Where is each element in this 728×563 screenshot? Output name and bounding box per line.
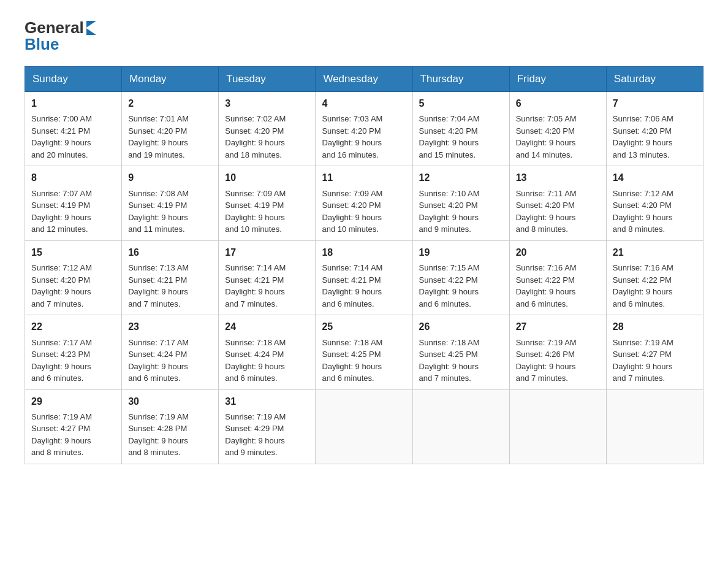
day-info: Sunrise: 7:19 AMSunset: 4:27 PMDaylight:…: [31, 411, 115, 459]
day-info: Sunrise: 7:18 AMSunset: 4:25 PMDaylight:…: [419, 337, 503, 385]
day-number: 20: [516, 246, 600, 259]
day-info: Sunrise: 7:11 AMSunset: 4:20 PMDaylight:…: [516, 188, 600, 236]
day-info: Sunrise: 7:18 AMSunset: 4:25 PMDaylight:…: [322, 337, 406, 385]
day-number: 7: [613, 97, 697, 110]
day-info: Sunrise: 7:13 AMSunset: 4:21 PMDaylight:…: [128, 262, 212, 310]
day-info: Sunrise: 7:19 AMSunset: 4:28 PMDaylight:…: [128, 411, 212, 459]
day-info: Sunrise: 7:10 AMSunset: 4:20 PMDaylight:…: [419, 188, 503, 236]
calendar-day-cell: 22Sunrise: 7:17 AMSunset: 4:23 PMDayligh…: [25, 315, 122, 389]
page-header: General Blue: [25, 18, 703, 54]
day-info: Sunrise: 7:14 AMSunset: 4:21 PMDaylight:…: [322, 262, 406, 310]
calendar-week-row: 1Sunrise: 7:00 AMSunset: 4:21 PMDaylight…: [25, 92, 703, 166]
day-number: 6: [516, 97, 600, 110]
day-number: 9: [128, 171, 212, 185]
day-number: 16: [128, 246, 212, 259]
day-number: 12: [419, 171, 503, 185]
calendar-day-cell: 11Sunrise: 7:09 AMSunset: 4:20 PMDayligh…: [316, 166, 412, 240]
weekday-header-saturday: Saturday: [606, 67, 703, 92]
day-number: 14: [613, 171, 697, 185]
day-number: 11: [322, 171, 406, 185]
calendar-day-cell: 15Sunrise: 7:12 AMSunset: 4:20 PMDayligh…: [25, 240, 122, 315]
weekday-header-monday: Monday: [122, 67, 219, 92]
day-info: Sunrise: 7:12 AMSunset: 4:20 PMDaylight:…: [31, 262, 115, 310]
day-info: Sunrise: 7:08 AMSunset: 4:19 PMDaylight:…: [128, 188, 212, 236]
calendar-day-cell: 6Sunrise: 7:05 AMSunset: 4:20 PMDaylight…: [509, 92, 606, 166]
calendar-day-cell: 14Sunrise: 7:12 AMSunset: 4:20 PMDayligh…: [606, 166, 703, 240]
calendar-day-cell: [509, 389, 606, 464]
calendar-day-cell: 25Sunrise: 7:18 AMSunset: 4:25 PMDayligh…: [316, 315, 412, 389]
calendar-day-cell: 20Sunrise: 7:16 AMSunset: 4:22 PMDayligh…: [509, 240, 606, 315]
day-number: 17: [225, 246, 309, 259]
calendar-day-cell: 2Sunrise: 7:01 AMSunset: 4:20 PMDaylight…: [122, 92, 219, 166]
calendar-day-cell: 21Sunrise: 7:16 AMSunset: 4:22 PMDayligh…: [606, 240, 703, 315]
day-info: Sunrise: 7:02 AMSunset: 4:20 PMDaylight:…: [225, 113, 309, 161]
day-info: Sunrise: 7:09 AMSunset: 4:19 PMDaylight:…: [225, 188, 309, 236]
day-number: 22: [31, 320, 115, 334]
day-number: 3: [225, 97, 309, 110]
calendar-day-cell: 4Sunrise: 7:03 AMSunset: 4:20 PMDaylight…: [316, 92, 412, 166]
day-info: Sunrise: 7:15 AMSunset: 4:22 PMDaylight:…: [419, 262, 503, 310]
calendar-day-cell: 7Sunrise: 7:06 AMSunset: 4:20 PMDaylight…: [606, 92, 703, 166]
calendar-day-cell: 18Sunrise: 7:14 AMSunset: 4:21 PMDayligh…: [316, 240, 412, 315]
weekday-header-sunday: Sunday: [25, 67, 122, 92]
calendar-day-cell: 9Sunrise: 7:08 AMSunset: 4:19 PMDaylight…: [122, 166, 219, 240]
day-info: Sunrise: 7:01 AMSunset: 4:20 PMDaylight:…: [128, 113, 212, 161]
day-info: Sunrise: 7:05 AMSunset: 4:20 PMDaylight:…: [516, 113, 600, 161]
day-info: Sunrise: 7:14 AMSunset: 4:21 PMDaylight:…: [225, 262, 309, 310]
day-number: 8: [31, 171, 115, 185]
calendar-day-cell: [412, 389, 509, 464]
day-number: 1: [31, 97, 115, 110]
day-info: Sunrise: 7:07 AMSunset: 4:19 PMDaylight:…: [31, 188, 115, 236]
day-info: Sunrise: 7:17 AMSunset: 4:24 PMDaylight:…: [128, 337, 212, 385]
calendar-day-cell: 19Sunrise: 7:15 AMSunset: 4:22 PMDayligh…: [412, 240, 509, 315]
day-info: Sunrise: 7:16 AMSunset: 4:22 PMDaylight:…: [516, 262, 600, 310]
day-info: Sunrise: 7:06 AMSunset: 4:20 PMDaylight:…: [613, 113, 697, 161]
weekday-header-row: SundayMondayTuesdayWednesdayThursdayFrid…: [25, 67, 703, 92]
weekday-header-wednesday: Wednesday: [316, 67, 412, 92]
weekday-header-tuesday: Tuesday: [219, 67, 316, 92]
day-number: 25: [322, 320, 406, 334]
day-number: 13: [516, 171, 600, 185]
weekday-header-thursday: Thursday: [412, 67, 509, 92]
day-number: 21: [613, 246, 697, 259]
calendar-day-cell: 23Sunrise: 7:17 AMSunset: 4:24 PMDayligh…: [122, 315, 219, 389]
day-info: Sunrise: 7:17 AMSunset: 4:23 PMDaylight:…: [31, 337, 115, 385]
calendar-day-cell: 12Sunrise: 7:10 AMSunset: 4:20 PMDayligh…: [412, 166, 509, 240]
calendar-day-cell: 3Sunrise: 7:02 AMSunset: 4:20 PMDaylight…: [219, 92, 316, 166]
calendar-day-cell: 31Sunrise: 7:19 AMSunset: 4:29 PMDayligh…: [219, 389, 316, 464]
calendar-day-cell: 30Sunrise: 7:19 AMSunset: 4:28 PMDayligh…: [122, 389, 219, 464]
day-number: 27: [516, 320, 600, 334]
calendar-week-row: 15Sunrise: 7:12 AMSunset: 4:20 PMDayligh…: [25, 240, 703, 315]
calendar-day-cell: 10Sunrise: 7:09 AMSunset: 4:19 PMDayligh…: [219, 166, 316, 240]
calendar-week-row: 8Sunrise: 7:07 AMSunset: 4:19 PMDaylight…: [25, 166, 703, 240]
day-number: 23: [128, 320, 212, 334]
day-number: 10: [225, 171, 309, 185]
day-info: Sunrise: 7:19 AMSunset: 4:29 PMDaylight:…: [225, 411, 309, 459]
calendar-day-cell: 1Sunrise: 7:00 AMSunset: 4:21 PMDaylight…: [25, 92, 122, 166]
day-info: Sunrise: 7:16 AMSunset: 4:22 PMDaylight:…: [613, 262, 697, 310]
day-number: 18: [322, 246, 406, 259]
calendar-day-cell: 29Sunrise: 7:19 AMSunset: 4:27 PMDayligh…: [25, 389, 122, 464]
calendar-week-row: 29Sunrise: 7:19 AMSunset: 4:27 PMDayligh…: [25, 389, 703, 464]
day-info: Sunrise: 7:12 AMSunset: 4:20 PMDaylight:…: [613, 188, 697, 236]
calendar-day-cell: 28Sunrise: 7:19 AMSunset: 4:27 PMDayligh…: [606, 315, 703, 389]
calendar-day-cell: 13Sunrise: 7:11 AMSunset: 4:20 PMDayligh…: [509, 166, 606, 240]
day-info: Sunrise: 7:00 AMSunset: 4:21 PMDaylight:…: [31, 113, 115, 161]
calendar-day-cell: [606, 389, 703, 464]
day-number: 31: [225, 395, 309, 408]
day-info: Sunrise: 7:19 AMSunset: 4:27 PMDaylight:…: [613, 337, 697, 385]
day-number: 29: [31, 395, 115, 408]
weekday-header-friday: Friday: [509, 67, 606, 92]
day-number: 2: [128, 97, 212, 110]
day-number: 15: [31, 246, 115, 259]
day-number: 4: [322, 97, 406, 110]
calendar-day-cell: 17Sunrise: 7:14 AMSunset: 4:21 PMDayligh…: [219, 240, 316, 315]
day-info: Sunrise: 7:19 AMSunset: 4:26 PMDaylight:…: [516, 337, 600, 385]
calendar-day-cell: 26Sunrise: 7:18 AMSunset: 4:25 PMDayligh…: [412, 315, 509, 389]
logo: General Blue: [25, 18, 96, 54]
calendar-week-row: 22Sunrise: 7:17 AMSunset: 4:23 PMDayligh…: [25, 315, 703, 389]
calendar-table: SundayMondayTuesdayWednesdayThursdayFrid…: [25, 66, 703, 464]
calendar-day-cell: 27Sunrise: 7:19 AMSunset: 4:26 PMDayligh…: [509, 315, 606, 389]
day-info: Sunrise: 7:09 AMSunset: 4:20 PMDaylight:…: [322, 188, 406, 236]
calendar-day-cell: 16Sunrise: 7:13 AMSunset: 4:21 PMDayligh…: [122, 240, 219, 315]
